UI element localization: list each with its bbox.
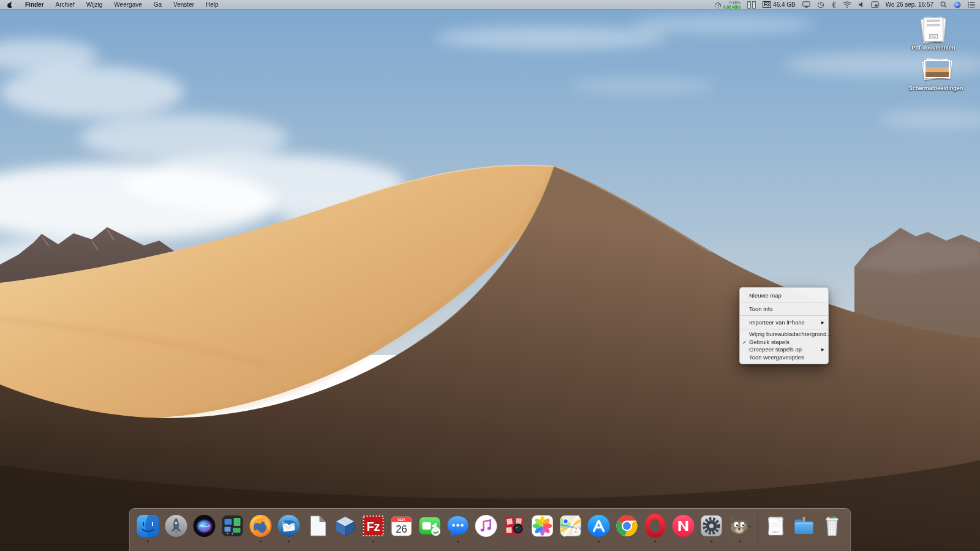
network-monitor-status[interactable]: 0 kB/s 0,02 kB/s [714, 1, 741, 9]
menu-finder[interactable]: Finder [25, 1, 44, 8]
menu-bar: Finder Archief Wijzig Weergave Ga Venste… [0, 0, 980, 9]
pdf-badge: PDF [929, 34, 938, 39]
notification-center-icon[interactable] [968, 2, 975, 8]
dock-icon-trash-full[interactable] [820, 513, 845, 547]
menu-separator [740, 302, 828, 302]
menu-help[interactable]: Help [206, 1, 219, 8]
disk-badge-icon: F2 [763, 1, 771, 8]
dock-icon-firefox[interactable] [248, 513, 274, 547]
dock-icon-system-preferences[interactable] [699, 513, 725, 547]
dock: Fz SEP. 26 [129, 508, 851, 551]
submenu-arrow-icon [821, 317, 824, 328]
menu-bar-clock[interactable]: Wo 26 sep. 16:57 [886, 1, 933, 8]
dock-icon-maps[interactable]: 3D [558, 513, 584, 547]
airplay-display-icon[interactable] [802, 1, 810, 8]
context-item-import-from-iphone[interactable]: Importeer van iPhone [740, 317, 828, 328]
menu-wijzig[interactable]: Wijzig [86, 1, 103, 8]
checkmark-icon [742, 339, 747, 347]
dock-icon-gimp[interactable] [727, 513, 753, 547]
menu-separator [740, 329, 828, 329]
network-download-rate: 0,02 kB/s [723, 5, 741, 9]
dock-icon-downloads-folder[interactable] [791, 513, 817, 547]
context-item-show-view-options[interactable]: Toon weergaveopties [740, 354, 828, 362]
desktop-wallpaper [0, 0, 980, 551]
dock-icon-mission-control[interactable] [220, 513, 246, 547]
dock-icon-filezilla[interactable]: Fz [361, 513, 386, 547]
running-indicator [372, 541, 374, 542]
svg-text:3D: 3D [574, 530, 578, 534]
keyboard-input-icon[interactable] [871, 1, 879, 8]
desktop-stack-pdf-documents[interactable]: PDF Pdf-documenten [902, 16, 965, 51]
running-indicator [598, 541, 600, 542]
dock-icon-documents-stack[interactable]: ODT [763, 513, 789, 547]
time-machine-icon[interactable] [817, 1, 824, 9]
dock-icon-chrome[interactable] [614, 513, 640, 547]
dock-icon-virtualbox[interactable] [333, 513, 358, 547]
running-indicator [260, 541, 262, 542]
dock-icon-news[interactable] [671, 513, 696, 547]
bluetooth-icon[interactable] [831, 1, 836, 9]
context-item-new-folder[interactable]: Nieuwe map [740, 290, 828, 301]
apple-menu-icon[interactable] [7, 1, 13, 9]
dock-icon-photos[interactable] [530, 513, 556, 547]
dock-icon-launchpad[interactable] [164, 513, 189, 547]
menu-separator [740, 315, 828, 316]
volume-icon[interactable] [858, 1, 864, 8]
svg-text:SEP.: SEP. [398, 518, 405, 522]
spotlight-icon[interactable] [940, 1, 947, 8]
running-indicator [288, 541, 290, 542]
stack-label: Pdf-documenten [902, 45, 965, 51]
menu-ga[interactable]: Ga [154, 1, 162, 8]
desktop-context-menu: Nieuwe map Toon info Importeer van iPhon… [739, 287, 829, 364]
dock-icon-finder[interactable] [135, 513, 161, 547]
context-item-group-stacks-by[interactable]: Groepeer stapels op [740, 346, 828, 354]
svg-text:ODT: ODT [772, 530, 780, 534]
context-item-change-desktop-background[interactable]: Wijzig bureaubladachtergrond... [740, 331, 828, 339]
dock-icon-facetime[interactable] [417, 513, 443, 547]
menu-weergave[interactable]: Weergave [114, 1, 141, 8]
wifi-icon[interactable] [843, 1, 851, 8]
network-upload-rate: 0 kB/s [729, 1, 741, 5]
menu-venster[interactable]: Venster [173, 1, 194, 8]
running-indicator [710, 541, 712, 542]
screenshots-stack-icon [919, 56, 952, 83]
dock-icon-calendar[interactable]: SEP. 26 [389, 513, 415, 547]
svg-text:26: 26 [396, 523, 407, 534]
menu-archief[interactable]: Archief [56, 1, 75, 8]
running-indicator [457, 541, 459, 542]
dock-icon-messages[interactable] [445, 513, 471, 547]
dock-icon-thunderbird[interactable] [276, 513, 302, 547]
pdf-stack-icon: PDF [917, 16, 950, 43]
dock-icon-siri[interactable] [192, 513, 217, 547]
dock-icon-app-store[interactable] [586, 513, 612, 547]
dock-divider [758, 513, 758, 544]
svg-text:Fz: Fz [366, 520, 380, 533]
stack-label: Schermafbeeldingen [904, 85, 968, 91]
siri-icon[interactable] [954, 1, 961, 9]
running-indicator [654, 541, 656, 542]
ram-bars-icon[interactable] [747, 1, 756, 9]
context-item-use-stacks[interactable]: Gebruik stapels [740, 339, 828, 347]
dock-icon-photo-booth[interactable] [502, 513, 527, 547]
dock-icon-opera[interactable] [643, 513, 668, 547]
network-gauge-icon [714, 1, 722, 9]
context-item-get-info[interactable]: Toon info [740, 304, 828, 314]
disk-free-space: 46.4 GB [773, 1, 796, 8]
running-indicator [147, 541, 149, 542]
running-indicator [739, 541, 741, 542]
disk-space-status[interactable]: F2 46.4 GB [763, 1, 796, 8]
macos-desktop: { "menubar": { "menus": ["Finder", "Arch… [0, 0, 980, 551]
dock-icon-itunes[interactable] [473, 513, 499, 547]
submenu-arrow-icon [821, 346, 824, 354]
dock-icon-libreoffice[interactable] [304, 513, 330, 547]
desktop-stack-screenshots[interactable]: Schermafbeeldingen [904, 56, 968, 91]
